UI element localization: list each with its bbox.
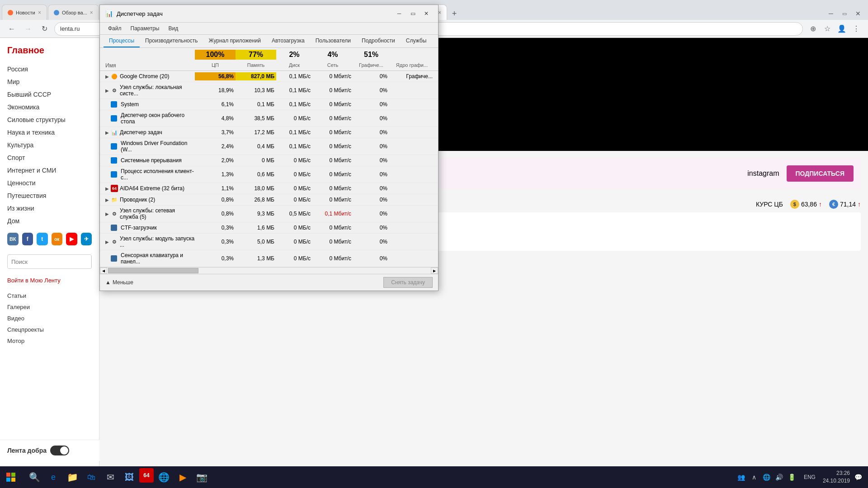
taskbar-clock[interactable]: 23:26 24.10.2019: [823, 469, 850, 485]
tab-close-obzor1[interactable]: ×: [90, 9, 93, 16]
social-tw-icon[interactable]: t: [37, 233, 48, 245]
taskbar-search-icon[interactable]: 🔍: [25, 468, 43, 486]
sidebar-item-dom[interactable]: Дом: [0, 215, 99, 227]
table-row[interactable]: Сенсорная клавиатура и панел... 0,3% 1,3…: [100, 250, 438, 267]
tm-col-mem-label[interactable]: Память: [236, 61, 276, 70]
social-yt-icon[interactable]: ▶: [66, 233, 77, 245]
tm-tab-startup[interactable]: Автозагрузка: [266, 35, 310, 47]
sidebar-link-stati[interactable]: Статьи: [0, 290, 99, 301]
tm-horizontal-scrollbar[interactable]: ◀ ▶: [100, 267, 438, 274]
tab-obzor1[interactable]: Обзор ва... ×: [48, 5, 99, 20]
taskbar-camera-icon[interactable]: 📷: [193, 468, 211, 486]
subscribe-button[interactable]: ПОДПИСАТЬСЯ: [787, 165, 854, 182]
tm-col-gpu-label[interactable]: Графиче...: [353, 61, 389, 70]
table-row[interactable]: Windows Driver Foundation (W... 2,4% 0,4…: [100, 138, 438, 155]
search-input[interactable]: [8, 256, 91, 268]
tm-col-name-label[interactable]: Имя: [104, 61, 195, 70]
tm-expand-chrome[interactable]: ▶: [104, 73, 111, 80]
sidebar-item-izgizni[interactable]: Из жизни: [0, 202, 99, 215]
table-row[interactable]: ▶ 64 AIDA64 Extreme (32 бита) 1,1% 18,0 …: [100, 183, 438, 194]
tray-notification-icon[interactable]: 💬: [854, 473, 863, 482]
table-row[interactable]: ▶ 📊 Диспетчер задач 3,7% 17,2 МБ 0,1 МБ/…: [100, 127, 438, 138]
tm-menu-params[interactable]: Параметры: [126, 23, 164, 33]
table-row[interactable]: ▶ ⚙ Узел службы: модуль запуска ... 0,3%…: [100, 234, 438, 250]
tm-scroll-track[interactable]: [107, 267, 431, 274]
sidebar-link-galerei[interactable]: Галереи: [0, 301, 99, 313]
search-button[interactable]: 🔍: [91, 255, 92, 268]
tm-col-disk-label[interactable]: Диск: [276, 61, 312, 70]
tm-expand-launch[interactable]: ▶: [104, 238, 111, 245]
tm-minimize-button[interactable]: ─: [393, 9, 406, 19]
tm-tab-users[interactable]: Пользователи: [310, 35, 356, 47]
sidebar-logo[interactable]: Главное: [0, 45, 99, 63]
tm-col-net-label[interactable]: Сеть: [312, 61, 353, 70]
tm-expand-taskmgr[interactable]: ▶: [104, 129, 111, 136]
browser-maximize-button[interactable]: ▭: [838, 7, 851, 20]
start-button[interactable]: [0, 466, 22, 488]
tab-novosti[interactable]: Новости ×: [2, 5, 47, 20]
back-button[interactable]: ←: [5, 23, 18, 35]
browser-minimize-button[interactable]: ─: [825, 7, 837, 20]
tm-tab-details[interactable]: Подробности: [356, 35, 401, 47]
tray-battery-icon[interactable]: 🔋: [788, 473, 797, 482]
tm-summary-net[interactable]: 4%: [312, 50, 353, 60]
tm-tab-apphistory[interactable]: Журнал приложений: [203, 35, 266, 47]
sidebar-item-kultura[interactable]: Культура: [0, 139, 99, 151]
social-vk-icon[interactable]: ВК: [7, 233, 19, 245]
table-row[interactable]: Системные прерывания 2,0% 0 МБ 0 МБ/с 0 …: [100, 155, 438, 166]
table-row[interactable]: System 6,1% 0,1 МБ 0,1 МБ/с 0 Мбит/с 0%: [100, 99, 438, 110]
tm-expand-explorer[interactable]: ▶: [104, 196, 111, 203]
tm-less-button[interactable]: ▲ Меньше: [105, 279, 133, 286]
sidebar-item-putesh[interactable]: Путешествия: [0, 189, 99, 202]
tm-tab-processes[interactable]: Процессы: [104, 35, 140, 47]
sidebar-item-ekonomika[interactable]: Экономика: [0, 101, 99, 113]
bookmark-button[interactable]: ☆: [821, 23, 834, 35]
tray-chevron-icon[interactable]: ∧: [750, 473, 759, 482]
tm-scroll-thumb[interactable]: [108, 268, 198, 273]
tm-expand-netsvc[interactable]: ▶: [104, 210, 111, 217]
social-fb-icon[interactable]: f: [22, 233, 33, 245]
taskbar-store-icon[interactable]: 🛍: [82, 468, 100, 486]
tm-expand-aida64[interactable]: ▶: [104, 185, 111, 192]
browser-close-button[interactable]: ✕: [852, 7, 864, 20]
table-row[interactable]: ▶ ⚙ Узел службы: локальная систе... 18,9…: [100, 82, 438, 99]
tm-summary-disk[interactable]: 2%: [276, 50, 312, 60]
tm-expand-svc1[interactable]: ▶: [104, 87, 111, 94]
sidebar-link-motor[interactable]: Мотор: [0, 335, 99, 347]
reload-button[interactable]: ↻: [38, 23, 51, 35]
taskbar-aida64-icon[interactable]: 64: [139, 468, 154, 483]
table-row[interactable]: ▶ ⚙ Узел службы: сетевая служба (5) 0,8%…: [100, 206, 438, 222]
profile-button[interactable]: 👤: [835, 23, 848, 35]
table-row[interactable]: CTF-загрузчик 0,3% 1,6 МБ 0 МБ/с 0 Мбит/…: [100, 222, 438, 234]
tm-maximize-button[interactable]: ▭: [406, 9, 419, 19]
tm-summary-cpu[interactable]: 100%: [195, 50, 236, 60]
taskbar-mail-icon[interactable]: ✉: [101, 468, 119, 486]
login-link[interactable]: Войти: [7, 277, 24, 284]
sidebar-item-sport[interactable]: Спорт: [0, 151, 99, 164]
tm-tab-services[interactable]: Службы: [401, 35, 432, 47]
taskbar-language[interactable]: ENG: [800, 474, 819, 480]
social-ok-icon[interactable]: ок: [52, 233, 63, 245]
tm-tab-performance[interactable]: Производительность: [140, 35, 203, 47]
tm-summary-gpu[interactable]: 51%: [353, 50, 389, 60]
table-row[interactable]: ▶ 📁 Проводник (2) 0,8% 26,8 МБ 0 МБ/с 0 …: [100, 194, 438, 206]
sidebar-item-internet[interactable]: Интернет и СМИ: [0, 164, 99, 177]
tm-scroll-right[interactable]: ▶: [431, 267, 438, 274]
tray-people-icon[interactable]: 👥: [737, 473, 746, 482]
table-row[interactable]: ▶ 🟠 Google Chrome (20) 56,8% 827,0 МБ 0,…: [100, 71, 438, 82]
sidebar-item-cennosti[interactable]: Ценности: [0, 177, 99, 189]
table-row[interactable]: Процесс исполнения клиент-с... 1,3% 0,6 …: [100, 166, 438, 183]
tm-menu-view[interactable]: Вид: [164, 23, 183, 33]
taskbar-vlc-icon[interactable]: ▶: [174, 468, 192, 486]
taskbar-edge-icon[interactable]: e: [44, 468, 62, 486]
sidebar-item-russia[interactable]: Россия: [0, 63, 99, 75]
tm-summary-mem[interactable]: 77%: [236, 50, 276, 60]
social-tg-icon[interactable]: ✈: [81, 233, 92, 245]
table-row[interactable]: Диспетчер окон рабочего стола 4,8% 38,5 …: [100, 110, 438, 127]
tm-menu-file[interactable]: Файл: [104, 23, 126, 33]
sidebar-item-silovye[interactable]: Силовые структуры: [0, 113, 99, 126]
sidebar-link-video[interactable]: Видео: [0, 313, 99, 324]
sidebar-item-nauka[interactable]: Наука и техника: [0, 126, 99, 139]
tm-scroll-left[interactable]: ◀: [100, 267, 107, 274]
menu-button[interactable]: ⋮: [850, 23, 863, 35]
